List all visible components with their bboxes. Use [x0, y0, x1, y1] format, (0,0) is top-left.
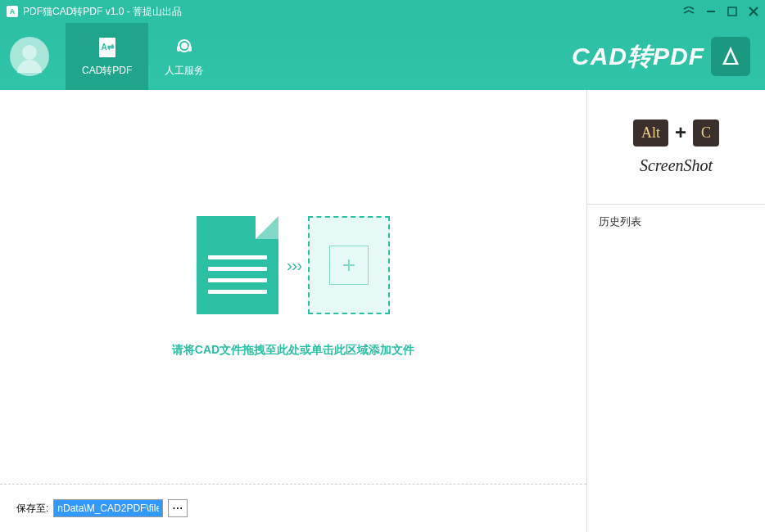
sidebar: Alt + C ScreenShot 历史列表	[586, 90, 765, 532]
document-icon	[197, 216, 278, 314]
brand-text: CAD转PDF	[572, 40, 704, 74]
svg-rect-6	[188, 46, 192, 52]
svg-rect-5	[177, 46, 180, 52]
key-c: C	[693, 119, 719, 147]
app-icon: A	[7, 6, 18, 17]
file-convert-icon: A⇄	[96, 36, 119, 59]
drop-zone[interactable]: › › › + 请将CAD文件拖拽至此处或单击此区域添加文件	[0, 90, 586, 484]
nav-label: CAD转PDF	[82, 64, 132, 78]
screenshot-promo[interactable]: Alt + C ScreenShot	[587, 90, 765, 205]
brand-logo	[711, 37, 750, 76]
main-panel: › › › + 请将CAD文件拖拽至此处或单击此区域添加文件 保存至: ···	[0, 90, 586, 532]
svg-point-7	[181, 43, 188, 49]
menu-icon[interactable]	[683, 7, 695, 16]
shortcut-keys: Alt + C	[633, 119, 719, 147]
minimize-icon[interactable]	[706, 7, 716, 16]
key-alt: Alt	[633, 119, 668, 147]
nav-cad-to-pdf[interactable]: A⇄ CAD转PDF	[66, 23, 148, 90]
arrow-icon: › › ›	[287, 256, 300, 275]
brand-logo-icon	[717, 43, 744, 70]
save-path-input[interactable]	[53, 499, 163, 517]
add-file-box[interactable]: +	[308, 216, 390, 314]
close-icon[interactable]	[749, 7, 758, 16]
browse-button[interactable]: ···	[168, 499, 188, 517]
save-label: 保存至:	[16, 502, 48, 516]
avatar[interactable]	[10, 37, 49, 76]
plus-sign: +	[675, 121, 686, 144]
nav-label: 人工服务	[165, 64, 204, 78]
headset-icon	[173, 36, 196, 59]
screenshot-label: ScreenShot	[640, 156, 713, 175]
toolbar: A⇄ CAD转PDF 人工服务 CAD转PDF	[0, 23, 765, 90]
window-title: PDF猫CAD转PDF v1.0 - 菩提山出品	[23, 5, 683, 19]
file-graphic: › › › +	[197, 216, 390, 314]
save-bar: 保存至: ···	[0, 485, 586, 532]
plus-icon: +	[329, 246, 369, 285]
titlebar: A PDF猫CAD转PDF v1.0 - 菩提山出品	[0, 0, 765, 23]
drop-instruction: 请将CAD文件拖拽至此处或单击此区域添加文件	[172, 343, 414, 358]
history-header: 历史列表	[587, 205, 765, 239]
svg-rect-1	[728, 7, 736, 16]
maximize-icon[interactable]	[727, 7, 737, 16]
svg-text:A⇄: A⇄	[101, 43, 114, 52]
nav-support[interactable]: 人工服务	[148, 23, 220, 90]
